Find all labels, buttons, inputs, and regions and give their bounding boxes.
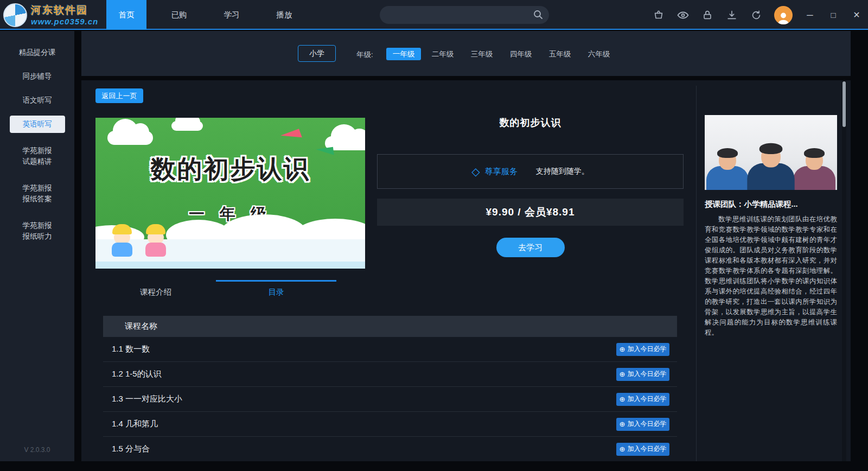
site-logo-icon (3, 3, 27, 27)
cloud-shape (171, 121, 203, 131)
team-member (746, 145, 795, 190)
sidebar-item-english-dictation[interactable]: 英语听写 (0, 112, 74, 136)
lesson-list: 1.1 数一数 ⊕加入今日必学 1.2 1-5的认识 ⊕加入今日必学 1.3 一… (103, 337, 677, 461)
sidebar-item-exam-explain[interactable]: 学苑新报 试题精讲 (0, 139, 74, 174)
eye-icon[interactable] (676, 9, 690, 22)
cover-bottom-strip (95, 262, 365, 269)
lesson-name: 1.4 几和第几 (112, 419, 616, 429)
user-avatar[interactable] (774, 6, 793, 24)
team-title: 授课团队：小学精品课程... (705, 199, 837, 209)
add-to-today-button[interactable]: ⊕加入今日必学 (616, 418, 669, 431)
cartoon-kid (143, 224, 168, 258)
grade-button-6[interactable]: 六年级 (579, 47, 618, 61)
search-icon[interactable] (533, 9, 544, 22)
lesson-row[interactable]: 1.3 一一对应比大小 ⊕加入今日必学 (103, 387, 677, 412)
nav-tab-home[interactable]: 首页 (106, 0, 146, 30)
price-box: ¥9.90 / 会员¥8.91 (377, 199, 684, 226)
gem-icon: ◇ (471, 165, 480, 178)
tab-course-intro[interactable]: 课程介绍 (95, 280, 216, 297)
plus-circle-icon: ⊕ (620, 445, 626, 453)
lesson-name: 1.2 1-5的认识 (112, 369, 616, 379)
grade-filter-group: 一年级 二年级 三年级 四年级 五年级 六年级 (384, 47, 618, 61)
filter-bar: 小学 年级: 一年级 二年级 三年级 四年级 五年级 六年级 (81, 31, 851, 76)
course-info-panel: 数的初步认识 ◇ 尊享服务 支持随到随学。 ¥9.90 / 会员¥8.91 去学… (377, 116, 684, 268)
download-icon[interactable] (725, 9, 738, 22)
grade-button-1[interactable]: 一年级 (384, 47, 423, 61)
scrollbar[interactable] (842, 80, 846, 461)
level-button-primary-school[interactable]: 小学 (298, 45, 336, 62)
nav-tab-purchased[interactable]: 已购 (159, 0, 199, 30)
title-bar: 首页 已购 学习 播放 (0, 0, 868, 30)
search-box[interactable] (380, 6, 549, 24)
nav-tab-play[interactable]: 播放 (264, 0, 304, 30)
sidebar-item-paper-answers[interactable]: 学苑新报 报纸答案 (0, 176, 74, 211)
add-to-today-button[interactable]: ⊕加入今日必学 (616, 443, 669, 456)
grade-filter-label: 年级: (356, 50, 373, 60)
team-member (793, 150, 836, 190)
plus-circle-icon: ⊕ (620, 421, 626, 428)
lesson-row[interactable]: 1.4 几和第几 ⊕加入今日必学 (103, 412, 677, 437)
lesson-row[interactable]: 1.5 分与合 ⊕加入今日必学 (103, 437, 677, 461)
service-label: 尊享服务 (485, 167, 518, 177)
watermark-site-name: 河东软件园 (31, 5, 98, 15)
cloud-shape (107, 131, 153, 145)
grade-button-2[interactable]: 二年级 (423, 47, 462, 61)
watermark-site-url: www.pc0359.cn (31, 17, 98, 26)
toolbar: ─ □ ✕ (652, 0, 863, 30)
cart-icon[interactable] (652, 9, 665, 22)
sidebar: 精品提分课 同步辅导 语文听写 英语听写 学苑新报 试题精讲 学苑新报 报纸答案… (0, 31, 74, 461)
paper-plane-icon (280, 129, 302, 144)
course-cover-image[interactable]: 数的初步认识 一 年 级 (95, 118, 365, 269)
lesson-name: 1.5 分与合 (112, 444, 616, 454)
lesson-header-label: 课程名称 (125, 321, 157, 332)
course-title: 数的初步认识 (377, 116, 684, 129)
nav-tab-study[interactable]: 学习 (212, 0, 252, 30)
grade-button-5[interactable]: 五年级 (540, 47, 579, 61)
vertical-divider (696, 86, 697, 461)
refresh-icon[interactable] (750, 9, 763, 22)
sidebar-item-premium-courses[interactable]: 精品提分课 (0, 41, 74, 65)
team-member (706, 150, 749, 190)
tab-catalog[interactable]: 目录 (216, 280, 336, 297)
back-button[interactable]: 返回上一页 (95, 88, 143, 103)
plus-circle-icon: ⊕ (620, 396, 626, 403)
go-study-button[interactable]: 去学习 (496, 238, 565, 257)
lesson-name: 1.3 一一对应比大小 (112, 394, 616, 404)
scrollbar-thumb[interactable] (843, 81, 846, 127)
grade-button-3[interactable]: 三年级 (462, 47, 501, 61)
grade-button-4[interactable]: 四年级 (501, 47, 540, 61)
add-to-today-button[interactable]: ⊕加入今日必学 (616, 393, 669, 406)
service-note: 支持随到随学。 (536, 167, 589, 176)
search-input[interactable] (380, 6, 549, 24)
app-version: V 2.0.3.0 (0, 446, 74, 454)
plus-circle-icon: ⊕ (620, 371, 626, 378)
maximize-button[interactable]: □ (827, 10, 839, 20)
app-window: 首页 已购 学习 播放 (0, 0, 868, 471)
team-description: 数学思维训练课的策划团队由在培优教育和竞赛数学教学领域的数学教学专家和在全国各地… (705, 214, 837, 338)
minimize-button[interactable]: ─ (804, 10, 816, 20)
lesson-table-header: 课程名称 (103, 316, 677, 337)
site-watermark: 河东软件园 www.pc0359.cn (3, 1, 98, 29)
service-box: ◇ 尊享服务 支持随到随学。 (377, 154, 684, 189)
main-content: 返回上一页 数的初步认识 一 年 级 数的初步认识 ◇ 尊享服务 (81, 80, 851, 461)
lesson-row[interactable]: 1.2 1-5的认识 ⊕加入今日必学 (103, 362, 677, 387)
sidebar-item-chinese-dictation[interactable]: 语文听写 (0, 88, 74, 112)
team-panel: 授课团队：小学精品课程... 数学思维训练课的策划团队由在培优教育和竞赛数学教学… (705, 115, 837, 338)
lesson-name: 1.1 数一数 (112, 344, 616, 354)
cover-title: 数的初步认识 (95, 152, 365, 186)
plus-circle-icon: ⊕ (620, 346, 626, 353)
content-tabs: 课程介绍 目录 (95, 280, 336, 297)
team-photo (705, 115, 837, 190)
add-to-today-button[interactable]: ⊕加入今日必学 (616, 368, 669, 381)
add-to-today-button[interactable]: ⊕加入今日必学 (616, 343, 669, 356)
main-nav: 首页 已购 学习 播放 (106, 0, 317, 30)
sidebar-item-paper-listening[interactable]: 学苑新报 报纸听力 (0, 214, 74, 249)
lock-icon[interactable] (701, 9, 714, 22)
sidebar-item-sync-tutoring[interactable]: 同步辅导 (0, 65, 74, 88)
lesson-row[interactable]: 1.1 数一数 ⊕加入今日必学 (103, 337, 677, 362)
cartoon-kid (110, 224, 135, 258)
close-button[interactable]: ✕ (851, 10, 863, 20)
course-price: ¥9.90 / 会员¥8.91 (486, 205, 575, 219)
